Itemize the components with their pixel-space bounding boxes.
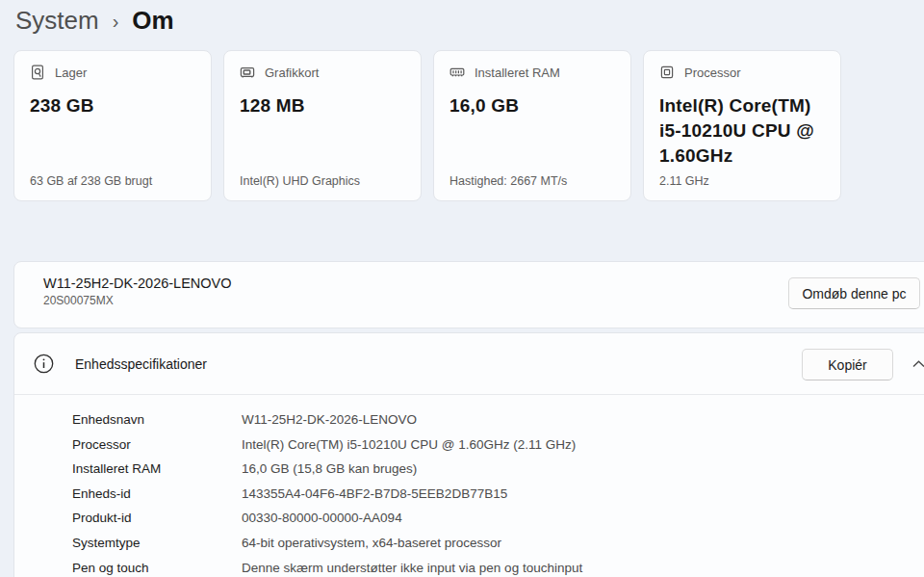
spec-label: Produkt-id xyxy=(72,506,242,531)
card-ram: Installeret RAM 16,0 GB Hastighed: 2667 … xyxy=(433,50,631,201)
spec-label: Processor xyxy=(72,433,242,458)
device-specs-header[interactable]: Enhedsspecifikationer Kopiér xyxy=(14,333,924,395)
summary-cards: Lager 238 GB 63 GB af 238 GB brugt Grafi… xyxy=(13,50,841,201)
card-value: 128 MB xyxy=(240,93,405,118)
spec-value: 16,0 GB (15,8 GB kan bruges) xyxy=(242,457,924,482)
spec-label: Pen og touch xyxy=(72,556,242,577)
card-footer: 2.11 GHz xyxy=(659,174,831,188)
device-specs-panel: Enhedsspecifikationer Kopiér Enhedsnavn … xyxy=(13,332,924,577)
card-value: Intel(R) Core(TM) i5-10210U CPU @ 1.60GH… xyxy=(659,93,825,169)
chevron-right-icon: › xyxy=(113,4,119,37)
spec-label: Installeret RAM xyxy=(72,457,242,482)
info-icon xyxy=(34,354,54,374)
rename-pc-button[interactable]: Omdøb denne pc xyxy=(788,277,920,309)
card-value: 16,0 GB xyxy=(449,93,615,118)
spec-value: 00330-80000-00000-AA094 xyxy=(242,506,924,531)
spec-value: 143355A4-04F6-4BF2-B7D8-5EEB2DB77B15 xyxy=(242,482,924,507)
card-label: Installeret RAM xyxy=(475,66,560,80)
device-specs-table: Enhedsnavn W11-25H2-DK-2026-LENOVO Proce… xyxy=(14,395,924,577)
spec-row-device-name: Enhedsnavn W11-25H2-DK-2026-LENOVO xyxy=(72,407,924,433)
spec-row-product-id: Produkt-id 00330-80000-00000-AA094 xyxy=(72,506,924,531)
spec-value: 64-bit operativsystem, x64-baseret proce… xyxy=(242,531,924,556)
card-graphics: Grafikkort 128 MB Intel(R) UHD Graphics xyxy=(223,50,422,201)
spec-label: Enheds-id xyxy=(72,482,242,507)
spec-row-processor: Processor Intel(R) Core(TM) i5-10210U CP… xyxy=(72,433,924,458)
chevron-up-icon[interactable] xyxy=(905,354,924,375)
device-name-panel: W11-25H2-DK-2026-LENOVO 20S00075MX Omdøb… xyxy=(13,261,924,328)
page-title: Om xyxy=(132,5,173,36)
spec-value: Denne skærm understøtter ikke input via … xyxy=(242,556,924,577)
cpu-icon xyxy=(659,65,675,80)
card-label: Processor xyxy=(684,66,741,80)
card-value: 238 GB xyxy=(30,93,195,118)
storage-icon xyxy=(30,65,45,80)
card-label: Grafikkort xyxy=(265,66,319,80)
card-label: Lager xyxy=(55,66,87,80)
spec-row-device-id: Enheds-id 143355A4-04F6-4BF2-B7D8-5EEB2D… xyxy=(72,482,924,507)
card-footer: Intel(R) UHD Graphics xyxy=(240,174,411,188)
gpu-icon xyxy=(240,65,255,80)
spec-label: Systemtype xyxy=(72,531,242,556)
card-processor: Processor Intel(R) Core(TM) i5-10210U CP… xyxy=(643,50,841,201)
device-specs-title: Enhedsspecifikationer xyxy=(75,356,207,372)
spec-value: W11-25H2-DK-2026-LENOVO xyxy=(242,407,924,433)
spec-label: Enhedsnavn xyxy=(72,407,242,433)
card-storage: Lager 238 GB 63 GB af 238 GB brugt xyxy=(13,50,212,201)
breadcrumb: System › Om xyxy=(15,4,174,37)
card-footer: 63 GB af 238 GB brugt xyxy=(30,174,201,188)
spec-value: Intel(R) Core(TM) i5-10210U CPU @ 1.60GH… xyxy=(242,433,924,458)
copy-button[interactable]: Kopiér xyxy=(802,349,893,380)
spec-row-ram: Installeret RAM 16,0 GB (15,8 GB kan bru… xyxy=(72,457,924,482)
ram-icon xyxy=(449,65,465,80)
spec-row-pen-touch: Pen og touch Denne skærm understøtter ik… xyxy=(72,556,924,577)
card-footer: Hastighed: 2667 MT/s xyxy=(449,174,621,188)
spec-row-system-type: Systemtype 64-bit operativsystem, x64-ba… xyxy=(72,531,924,556)
breadcrumb-system[interactable]: System xyxy=(15,5,99,36)
